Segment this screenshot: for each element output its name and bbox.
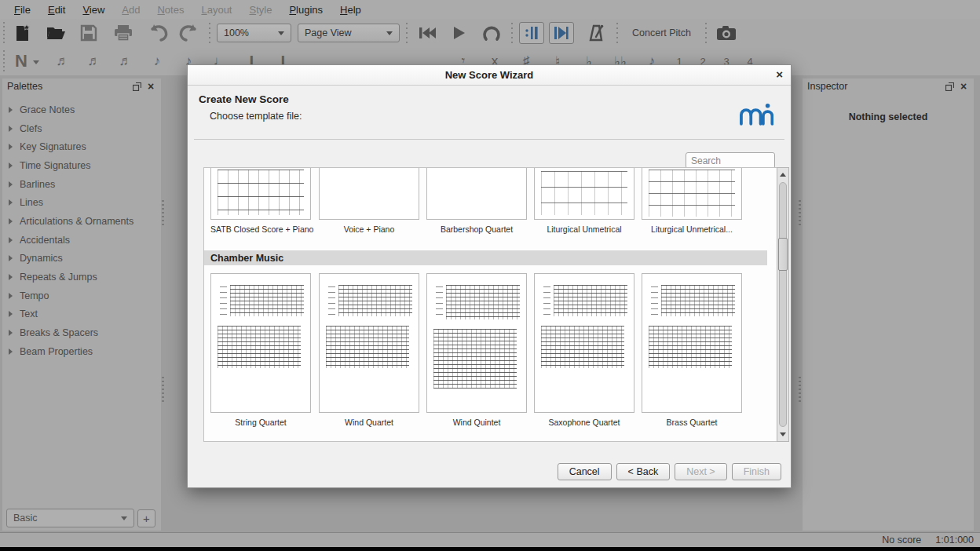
scrollbar-thumb[interactable]: [778, 238, 788, 271]
template-label: SATB Closed Score + Piano: [210, 224, 311, 234]
dialog-title: New Score Wizard: [445, 69, 534, 81]
template-string-quartet[interactable]: String Quartet: [210, 273, 311, 427]
template-voice-piano[interactable]: Voice + Piano: [319, 168, 419, 234]
template-label: Voice + Piano: [319, 224, 419, 234]
template-search-input[interactable]: [686, 152, 775, 169]
application-window: File Edit View Add Notes Layout Style Pl…: [0, 0, 980, 551]
dialog-subheading: Choose template file:: [210, 111, 302, 122]
new-score-wizard-dialog: New Score Wizard × Create New Score Choo…: [187, 64, 792, 488]
template-list: SATB Closed Score + Piano Voice + Piano …: [203, 167, 781, 442]
scroll-down-button[interactable]: [777, 429, 788, 441]
template-brass-quartet[interactable]: Brass Quartet: [642, 273, 742, 427]
scroll-up-button[interactable]: [777, 168, 788, 181]
template-barbershop-quartet[interactable]: Barbershop Quartet: [426, 168, 527, 234]
dialog-close-icon[interactable]: ×: [776, 68, 783, 81]
scrollbar-track[interactable]: [779, 182, 787, 427]
template-saxophone-quartet[interactable]: Saxophone Quartet: [534, 273, 634, 427]
template-label: Barbershop Quartet: [426, 224, 527, 234]
section-header-chamber-music: Chamber Music: [204, 250, 767, 265]
dialog-separator: [194, 139, 784, 140]
template-list-scrollbar[interactable]: [777, 167, 789, 442]
next-button: Next >: [675, 463, 726, 480]
template-wind-quartet[interactable]: Wind Quartet: [319, 273, 419, 427]
template-label: Wind Quartet: [319, 418, 419, 427]
cancel-button[interactable]: Cancel: [558, 463, 612, 480]
dialog-title-bar[interactable]: New Score Wizard ×: [188, 65, 791, 86]
template-satb-closed-score-piano[interactable]: SATB Closed Score + Piano: [210, 168, 311, 234]
template-label: Liturgical Unmetrical...: [642, 224, 742, 234]
template-label: Liturgical Unmetrical: [534, 224, 634, 234]
template-label: Brass Quartet: [642, 418, 742, 427]
finish-button: Finish: [732, 463, 781, 480]
template-label: Wind Quintet: [426, 418, 527, 427]
arrow-down-icon: [780, 432, 786, 440]
template-liturgical-unmetrical[interactable]: Liturgical Unmetrical: [534, 168, 634, 234]
dialog-heading: Create New Score: [199, 93, 289, 105]
arrow-up-icon: [780, 170, 786, 177]
dialog-button-row: Cancel < Back Next > Finish: [558, 463, 781, 480]
template-liturgical-unmetrical-2[interactable]: Liturgical Unmetrical...: [642, 168, 742, 234]
template-label: Saxophone Quartet: [534, 418, 634, 427]
template-label: String Quartet: [210, 418, 311, 427]
musescore-logo-icon: [737, 97, 773, 131]
back-button[interactable]: < Back: [616, 463, 671, 480]
template-wind-quintet[interactable]: Wind Quintet: [426, 273, 527, 427]
